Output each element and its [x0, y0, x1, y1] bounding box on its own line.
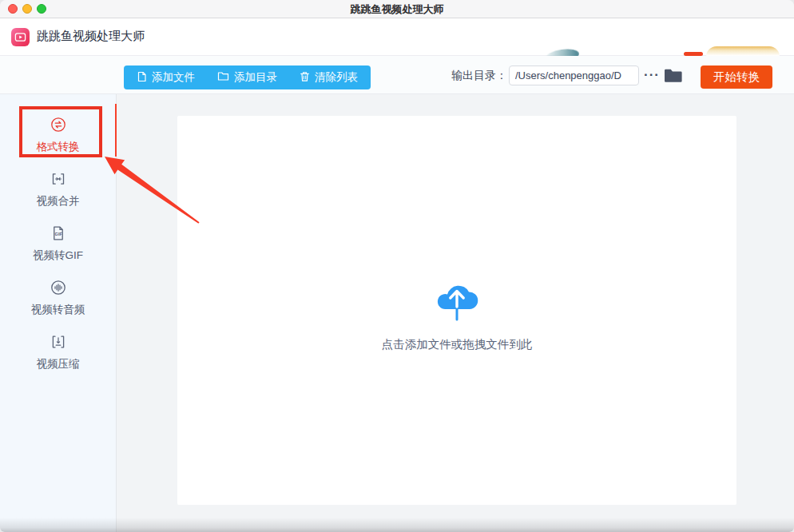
file-actions-group: 添加文件 添加目录 清: [124, 66, 371, 89]
sidebar-item-label: 视频转音频: [31, 303, 85, 317]
toolbar: 添加文件 添加目录 清: [0, 56, 794, 94]
convert-icon: [50, 116, 67, 137]
sidebar-item-label: 视频合并: [37, 194, 80, 208]
sidebar-item-format-convert[interactable]: 格式转换: [0, 116, 116, 154]
clear-list-label: 清除列表: [315, 70, 358, 85]
sidebar-item-video-compress[interactable]: 视频压缩: [0, 333, 116, 371]
sidebar-item-label: 视频转GIF: [33, 248, 83, 263]
sidebar-item-label: 视频压缩: [37, 357, 80, 371]
add-file-label: 添加文件: [152, 70, 195, 85]
file-list-panel: 点击添加文件或拖拽文件到此: [177, 116, 736, 505]
add-file-button[interactable]: 添加文件: [137, 70, 195, 85]
audio-icon: [50, 279, 67, 300]
gif-icon-text: GIF: [54, 232, 62, 236]
titlebar: 跳跳鱼视频处理大师: [0, 0, 794, 18]
sidebar: 格式转换 视频合并 GIF 视频转GIF: [0, 94, 117, 532]
sidebar-item-video-merge[interactable]: 视频合并: [0, 170, 116, 208]
sidebar-item-label: 格式转换: [37, 140, 80, 154]
dropzone-hint: 点击添加文件或拖拽文件到此: [382, 337, 533, 352]
browse-more-button[interactable]: ···: [641, 64, 662, 86]
clear-list-button[interactable]: 清除列表: [300, 70, 358, 85]
app-name: 跳跳鱼视频处理大师: [37, 29, 145, 44]
add-directory-label: 添加目录: [234, 70, 277, 85]
app-logo-icon: [11, 28, 30, 46]
add-directory-button[interactable]: 添加目录: [217, 70, 277, 85]
main-area: 点击添加文件或拖拽文件到此: [117, 94, 794, 532]
output-dir-label: 输出目录：: [451, 56, 507, 94]
dropzone[interactable]: 点击添加文件或拖拽文件到此: [382, 278, 533, 352]
app-window: 跳跳鱼视频处理大师 跳跳鱼视频处理大师 添加文件: [0, 0, 794, 532]
gif-icon: GIF: [50, 224, 67, 245]
app-header: 跳跳鱼视频处理大师: [0, 18, 794, 56]
output-dir-input[interactable]: [509, 66, 639, 85]
window-title: 跳跳鱼视频处理大师: [0, 0, 794, 18]
open-folder-button[interactable]: [664, 68, 683, 83]
file-icon: [137, 71, 147, 85]
start-convert-button[interactable]: 开始转换: [701, 66, 772, 89]
sidebar-item-video-to-audio[interactable]: 视频转音频: [0, 279, 116, 317]
cloud-upload-icon: [432, 278, 482, 326]
trash-icon: [300, 71, 310, 85]
merge-icon: [50, 170, 67, 191]
compress-icon: [50, 333, 67, 354]
sidebar-item-video-to-gif[interactable]: GIF 视频转GIF: [0, 224, 116, 263]
folder-add-icon: [217, 71, 229, 84]
